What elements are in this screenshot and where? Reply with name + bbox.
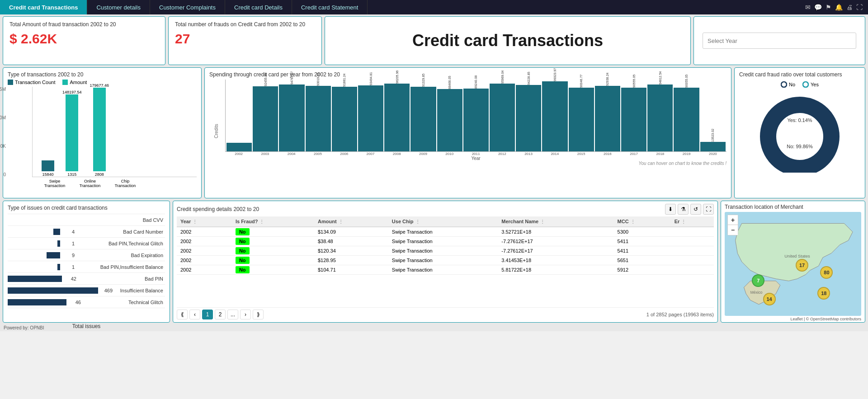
bar-chart-area: $1.5M $1.0M $500.0K 0 15840 148197.54 (8, 87, 197, 177)
donut-svg-wrapper: Yes: 0.14% No: 99.86% (750, 91, 849, 174)
spending-chart-area: Credits 92455.8894781.8793019.9191881.24… (209, 80, 726, 183)
top-nav: Credit card Transactions Customer detail… (0, 0, 868, 14)
bell-icon[interactable]: 🔔 (835, 4, 843, 11)
zoom-out-btn[interactable]: − (728, 225, 738, 235)
page-first-btn[interactable]: ⟪ (177, 310, 188, 319)
page-2-btn[interactable]: 2 (215, 310, 226, 319)
spending-chart-box: Spending through credit card per year fr… (204, 67, 731, 198)
page-1-btn[interactable]: 1 (202, 310, 213, 319)
donut-svg: Yes: 0.14% No: 99.86% (750, 91, 849, 173)
donut-container: No Yes Yes: 0.14% (739, 80, 860, 174)
stat-fraud-count-label: Total number of frauds on Credit Card fr… (175, 21, 315, 28)
svg-text:No: 99.86%: No: 99.86% (787, 144, 813, 149)
spending-hover-hint: You can hover on chart to know the credi… (225, 161, 726, 166)
issues-box: Type of issues on credit card transactio… (3, 201, 170, 323)
table-row: 2002 No $38.48 Swipe Transaction -7.2761… (177, 237, 714, 246)
zoom-in-btn[interactable]: + (728, 215, 738, 225)
stat-fraud-amount-value: $ 2.62K (9, 31, 159, 47)
main-content: Total Amount of fraud transaction 2002 t… (0, 14, 868, 324)
sort-merchant[interactable]: ⋮ (540, 219, 545, 224)
page-last-btn[interactable]: ⟫ (253, 310, 264, 319)
nav-tab-customer-details[interactable]: Customer details (87, 0, 150, 14)
spending-bar-2003: 92455.88 (253, 64, 278, 151)
map-marker-2[interactable]: 7 (752, 274, 764, 287)
spending-bar-2008: 96205.96 (384, 61, 410, 151)
table-header-tr: Year⋮ Is Fraud?⋮ Amount⋮ Use Chip⋮ Merch… (177, 216, 714, 227)
issue-row-3: 9Bad Expiration (8, 249, 165, 261)
select-year-input[interactable] (703, 33, 856, 49)
row3: Type of issues on credit card transactio… (3, 201, 865, 323)
issue-row-7: 46Technical Glitch (8, 296, 165, 308)
email-icon[interactable]: ✉ (805, 4, 811, 11)
page-ellipsis-btn[interactable]: ... (227, 310, 238, 319)
map-marker-4[interactable]: 18 (817, 287, 830, 300)
table-row: 2002 No $128.95 Swipe Transaction 3.4145… (177, 256, 714, 265)
nav-tab-statement[interactable]: Credit card Statement (292, 0, 368, 14)
map-marker-3[interactable]: 14 (763, 293, 776, 305)
spending-bar-2009: 91329.85 (410, 64, 436, 151)
donut-legend: No Yes (781, 81, 819, 88)
spending-bar-2002 (226, 120, 252, 151)
bar-swipe: 15840 (42, 160, 54, 177)
table-filter-btn[interactable]: ⚗ (678, 204, 689, 215)
issue-row-5: 42Bad PIN (8, 272, 165, 284)
footer-powered: Powered by: OPNBI (4, 325, 44, 330)
sort-fraud[interactable]: ⋮ (259, 219, 264, 224)
issue-row-4: 1Bad PIN,Insufficient Balance (8, 261, 165, 272)
map-zoom-controls: + − (727, 215, 738, 235)
bar-online: 148197.54 1315 (62, 90, 82, 177)
x-axis-labels: Swipe Transaction Online Transaction Chi… (8, 179, 197, 188)
spending-bar-2019: 90055.05 (674, 65, 699, 151)
spending-bar-2018: 94812.54 (647, 62, 673, 151)
nav-tab-cc-details[interactable]: Credit card Details (225, 0, 292, 14)
spending-bars: 92455.8894781.8793019.9191881.2493494.81… (225, 80, 726, 152)
chat-icon[interactable]: 💬 (814, 4, 822, 11)
table-tbody: 2002 No $134.09 Swipe Transaction 3.5272… (177, 227, 714, 275)
page-next-btn[interactable]: › (240, 310, 251, 319)
print-icon[interactable]: 🖨 (846, 4, 853, 11)
legend-count: Transaction Count (8, 80, 55, 85)
legend-amount: Amount (62, 80, 87, 85)
table-row: 2002 No $104.71 Swipe Transaction 5.8172… (177, 265, 714, 275)
spending-bar-2006: 91881.24 (332, 64, 357, 151)
main-title: Credit card Transactions (412, 31, 603, 50)
main-title-box: Credit card Transactions (325, 16, 691, 65)
sort-use-chip[interactable]: ⋮ (415, 219, 420, 224)
row1: Total Amount of fraud transaction 2002 t… (3, 16, 865, 65)
table-header-row: Credit spending details 2002 to 20 ⬇ ⚗ ↺… (177, 204, 714, 215)
table-expand-btn[interactable]: ⛶ (703, 204, 714, 215)
flag-icon[interactable]: ⚑ (826, 4, 831, 11)
sort-er[interactable]: ⋮ (681, 219, 686, 224)
nav-tab-transactions[interactable]: Credit card Transactions (0, 0, 87, 14)
table-pagination: ⟪ ‹ 1 2 ... › ⟫ 1 of 2852 pages (19963 i… (177, 307, 714, 319)
nav-icons: ✉ 💬 ⚑ 🔔 🖨 ⛶ (805, 4, 868, 11)
issues-rows-container: Bad CVV4Bad Card Number1Bad PIN,Technica… (8, 214, 165, 319)
col-amount: Amount⋮ (314, 216, 388, 227)
table-download-btn[interactable]: ⬇ (665, 204, 676, 215)
bar-online-amount (66, 94, 78, 171)
transactions-chart-title: Type of transactions 2002 to 20 (8, 71, 197, 78)
legend-count-dot (8, 80, 13, 85)
stat-box-fraud-count: Total number of frauds on Credit Card fr… (168, 16, 322, 65)
svg-point-1 (803, 82, 808, 87)
sort-year[interactable]: ⋮ (193, 219, 197, 224)
svg-text:Yes: 0.14%: Yes: 0.14% (787, 117, 812, 123)
map-title: Transaction location of Merchant (725, 204, 861, 210)
nav-tab-complaints[interactable]: Customer Complaints (150, 0, 225, 14)
spending-bar-2004: 94781.87 (279, 62, 304, 151)
table-refresh-btn[interactable]: ↺ (690, 204, 701, 215)
spending-x-title: Year (225, 156, 726, 161)
select-year-box (693, 16, 865, 65)
expand-icon[interactable]: ⛶ (856, 4, 863, 11)
page-prev-btn[interactable]: ‹ (189, 310, 200, 319)
sort-mcc[interactable]: ⋮ (631, 219, 635, 224)
transactions-chart-box: Type of transactions 2002 to 20 Transact… (3, 67, 202, 198)
map-marker-0[interactable]: 17 (796, 259, 808, 272)
table-row: 2002 No $120.34 Swipe Transaction -7.276… (177, 246, 714, 256)
spending-y-label: Credits (214, 125, 219, 138)
map-area: United States México 178071418 + − (725, 212, 861, 316)
table-scroll[interactable]: Year⋮ Is Fraud?⋮ Amount⋮ Use Chip⋮ Merch… (177, 216, 714, 305)
sort-amount[interactable]: ⋮ (339, 219, 343, 224)
map-marker-1[interactable]: 80 (820, 266, 833, 279)
pagination-info: 1 of 2852 pages (19963 items) (646, 312, 714, 317)
